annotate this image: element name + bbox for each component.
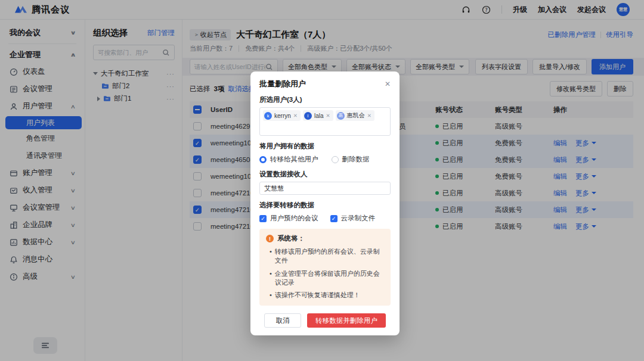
avatar: k xyxy=(264,112,272,120)
chip-remove-icon[interactable]: ✕ xyxy=(326,113,330,119)
warning-item: 该操作不可恢复请谨慎处理！ xyxy=(266,291,384,300)
warning-title: 系统将： xyxy=(277,234,305,243)
checkbox-cloud-recordings[interactable]: 云录制文件 xyxy=(330,214,376,223)
user-chip: 惠 惠凯会 ✕ xyxy=(336,110,374,121)
radio-delete-label: 删除数据 xyxy=(342,155,370,164)
radio-transfer-label: 转移给其他用户 xyxy=(270,155,318,164)
warning-item-text: 该操作不可恢复请谨慎处理！ xyxy=(275,291,360,300)
cancel-button[interactable]: 取消 xyxy=(264,313,301,328)
booked-meetings-label: 用户预约的会议 xyxy=(270,214,318,223)
chip-name: lala xyxy=(314,113,324,119)
avatar: l xyxy=(304,112,312,120)
radio-on-icon xyxy=(259,156,267,163)
checkbox-booked-meetings[interactable]: 用户预约的会议 xyxy=(259,214,318,223)
receiver-input[interactable] xyxy=(259,182,391,195)
user-chip: k kerryn ✕ xyxy=(263,110,301,121)
own-data-label: 将用户拥有的数据 xyxy=(259,142,391,151)
radio-off-icon xyxy=(332,156,339,163)
chip-name: 惠凯会 xyxy=(347,111,365,120)
selected-users-box: k kerryn ✕ l lala ✕ 惠 惠凯会 ✕ xyxy=(259,107,391,136)
avatar: 惠 xyxy=(337,112,345,120)
chip-remove-icon[interactable]: ✕ xyxy=(367,113,371,119)
radio-delete-data[interactable]: 删除数据 xyxy=(332,155,370,164)
warning-item: 转移该用户预约的所有会议、云录制文件 xyxy=(266,247,384,265)
transfer-and-delete-button[interactable]: 转移数据并删除用户 xyxy=(307,313,386,328)
warning-panel: ! 系统将： 转移该用户预约的所有会议、云录制文件 企业管理平台将保留该用户的历… xyxy=(259,229,391,306)
selected-users-label: 所选用户(3人) xyxy=(259,95,391,104)
select-data-label: 选择要转移的数据 xyxy=(259,201,391,210)
user-chip: l lala ✕ xyxy=(303,110,333,121)
chip-remove-icon[interactable]: ✕ xyxy=(293,113,298,119)
chip-name: kerryn xyxy=(274,113,291,119)
modal-title: 批量删除用户 xyxy=(259,79,306,89)
warning-item-text: 转移该用户预约的所有会议、云录制文件 xyxy=(275,247,384,265)
batch-delete-modal: 批量删除用户 ✕ 所选用户(3人) k kerryn ✕ l lala ✕ 惠 … xyxy=(250,71,400,335)
radio-transfer-to-user[interactable]: 转移给其他用户 xyxy=(259,155,318,164)
checkbox-checked-icon xyxy=(259,215,267,222)
warning-icon: ! xyxy=(266,235,274,242)
receiver-label: 设置数据接收人 xyxy=(259,170,391,179)
app-window: 腾讯会议 ? 升级 加入会议 发起会议 慧慧 xyxy=(0,0,644,361)
warning-item: 企业管理平台将保留该用户的历史会议记录 xyxy=(266,269,384,287)
cloud-recordings-label: 云录制文件 xyxy=(341,214,376,223)
close-icon[interactable]: ✕ xyxy=(385,80,391,88)
warning-item-text: 企业管理平台将保留该用户的历史会议记录 xyxy=(275,269,384,287)
checkbox-checked-icon xyxy=(330,215,338,222)
